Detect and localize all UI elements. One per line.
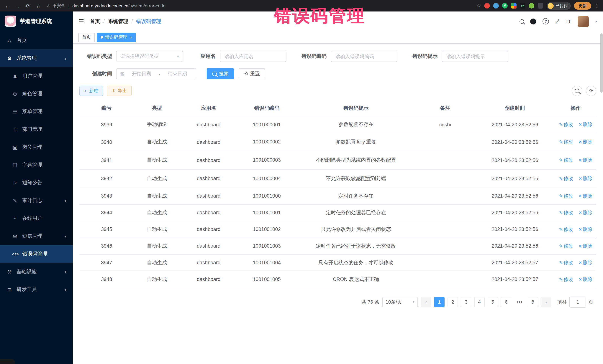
extension-icon-3[interactable]: V <box>502 3 508 9</box>
sidebar-item-post[interactable]: ▣岗位管理 <box>0 138 73 156</box>
search-button[interactable]: 搜索 <box>207 68 234 79</box>
security-status[interactable]: ⚠ 不安全 <box>47 3 65 9</box>
extension-icon-4[interactable] <box>511 3 517 9</box>
delete-link[interactable]: ✕删除 <box>578 121 592 127</box>
edit-icon: ✎ <box>559 243 563 249</box>
breadcrumb-item[interactable]: 系统管理 <box>108 18 128 25</box>
user-avatar[interactable] <box>578 16 589 27</box>
sidebar-item-error-code[interactable]: </>错误码管理 <box>0 245 73 263</box>
close-icon[interactable]: × <box>130 35 132 39</box>
add-button[interactable]: + 新增 <box>79 86 103 96</box>
font-size-icon[interactable]: TT <box>566 18 571 24</box>
address-bar[interactable]: ⚠ 不安全 | dashboard.yudao.iocoder.cn/syste… <box>47 3 474 9</box>
sidebar-item-user[interactable]: ♟用户管理 <box>0 67 73 85</box>
sidebar-item-dept[interactable]: ♖部门管理 <box>0 121 73 138</box>
extension-icon-2[interactable] <box>493 3 499 9</box>
delete-link[interactable]: ✕删除 <box>578 193 592 199</box>
error-code-input[interactable] <box>335 53 393 59</box>
profile-paused-badge[interactable]: 已暂停 <box>547 2 571 10</box>
page-button-5[interactable]: 5 <box>487 297 498 307</box>
sidebar-item-infra[interactable]: ⚒基础设施▾ <box>0 263 73 281</box>
github-icon[interactable] <box>531 18 536 24</box>
collapse-sidebar-icon[interactable]: ☰ <box>79 18 84 25</box>
error-type-select[interactable]: 请选择错误码类型 ▾ <box>116 51 183 62</box>
back-icon[interactable]: ← <box>4 3 11 9</box>
sidebar-item-system[interactable]: ⚙系统管理▴ <box>0 49 73 67</box>
fullscreen-icon[interactable]: ⤢ <box>555 18 559 24</box>
delete-link[interactable]: ✕删除 <box>578 226 592 232</box>
extension-icon-6[interactable] <box>529 3 534 9</box>
cell-type: 自动生成 <box>134 271 180 288</box>
page-ellipsis[interactable]: ••• <box>514 297 525 307</box>
refresh-icon[interactable]: ⟳ <box>24 3 32 9</box>
page-button-1[interactable]: 1 <box>434 297 445 307</box>
app-name-input[interactable] <box>224 53 282 59</box>
edit-link[interactable]: ✎修改 <box>559 260 573 265</box>
page-button-3[interactable]: 3 <box>461 297 471 307</box>
reset-button[interactable]: ⟲ 重置 <box>239 68 265 79</box>
scrollbar[interactable] <box>600 33 603 93</box>
tab-首页[interactable]: 首页 <box>78 33 95 42</box>
delete-link[interactable]: ✕删除 <box>578 139 592 144</box>
edit-link[interactable]: ✎修改 <box>559 193 573 199</box>
sidebar-item-notice[interactable]: ⚐通知公告 <box>0 174 73 192</box>
help-icon[interactable]: ? <box>543 18 549 24</box>
home-icon[interactable]: ⌂ <box>35 3 42 9</box>
sidebar-item-home[interactable]: ⌂首页 <box>0 32 73 49</box>
delete-icon: ✕ <box>578 139 582 144</box>
url-text[interactable]: dashboard.yudao.iocoder.cn/system/error-… <box>72 3 165 8</box>
prev-page-button[interactable]: ‹ <box>421 297 431 307</box>
extension-icon-5[interactable]: on <box>520 3 525 9</box>
page-button-2[interactable]: 2 <box>448 297 458 307</box>
main-area: ☰ 首页/系统管理/错误码管理 ? ⤢ TT ▾ 首页错误码管理× 错误码类型 … <box>73 11 603 364</box>
extension-icon-1[interactable] <box>484 3 490 9</box>
delete-link[interactable]: ✕删除 <box>578 176 592 181</box>
edit-link[interactable]: ✎修改 <box>559 243 573 249</box>
sidebar-item-devtools[interactable]: ⚗研发工具▾ <box>0 281 73 298</box>
edit-link[interactable]: ✎修改 <box>559 157 573 163</box>
sidebar-item-menu[interactable]: ☰菜单管理 <box>0 103 73 121</box>
forward-icon[interactable]: → <box>14 3 22 9</box>
sidebar-item-sms[interactable]: ✉短信管理▾ <box>0 227 73 245</box>
table-row: 3944自动生成dashboard1001001001定时任务的处理器已经存在2… <box>79 204 596 221</box>
sidebar-item-role[interactable]: ⚇角色管理 <box>0 85 73 103</box>
breadcrumb-item[interactable]: 首页 <box>90 18 100 25</box>
edit-link[interactable]: ✎修改 <box>559 121 573 127</box>
tab-错误码管理[interactable]: 错误码管理× <box>97 33 136 42</box>
export-button[interactable]: ↧ 导出 <box>107 86 132 96</box>
delete-link[interactable]: ✕删除 <box>578 210 592 215</box>
status-bubble <box>0 359 15 364</box>
page-button-4[interactable]: 4 <box>474 297 485 307</box>
delete-link[interactable]: ✕删除 <box>578 157 592 163</box>
next-page-button[interactable]: › <box>541 297 551 307</box>
goto-page-input[interactable] <box>569 297 586 308</box>
page-button-6[interactable]: 6 <box>501 297 511 307</box>
page-button-8[interactable]: 8 <box>528 297 538 307</box>
edit-link[interactable]: ✎修改 <box>559 226 573 232</box>
date-range-picker[interactable]: ▦ 开始日期 - 结束日期 <box>116 68 196 79</box>
sidebar-item-dict[interactable]: ❒字典管理 <box>0 156 73 174</box>
edit-link[interactable]: ✎修改 <box>559 276 573 282</box>
sidebar-item-online-user[interactable]: ⚭在线用户 <box>0 210 73 227</box>
page-size-select[interactable]: 10条/页 ▾ <box>382 297 418 307</box>
delete-link[interactable]: ✕删除 <box>578 260 592 265</box>
update-button[interactable]: 更新 <box>574 2 591 10</box>
breadcrumb-item[interactable]: 错误码管理 <box>136 18 161 25</box>
edit-link[interactable]: ✎修改 <box>559 176 573 181</box>
cell-id: 3944 <box>79 204 134 221</box>
delete-link[interactable]: ✕删除 <box>578 276 592 282</box>
edit-link[interactable]: ✎修改 <box>559 139 573 144</box>
refresh-table-button[interactable]: ⟳ <box>586 86 596 96</box>
sidebar-item-label: 系统管理 <box>17 55 37 62</box>
browser-menu-icon[interactable]: ⋮ <box>594 3 599 9</box>
toggle-search-button[interactable] <box>572 86 582 96</box>
error-hint-input[interactable] <box>446 53 504 59</box>
bookmark-star-icon[interactable]: ☆ <box>477 3 481 9</box>
delete-link[interactable]: ✕删除 <box>578 243 592 249</box>
search-icon[interactable] <box>520 19 524 23</box>
app-logo[interactable]: 芋道管理系统 <box>0 11 73 31</box>
sidebar-item-audit-log[interactable]: ✎审计日志▾ <box>0 192 73 210</box>
edit-link[interactable]: ✎修改 <box>559 210 573 215</box>
chevron-down-icon[interactable]: ▾ <box>595 19 597 23</box>
extensions-puzzle-icon[interactable] <box>538 3 543 9</box>
